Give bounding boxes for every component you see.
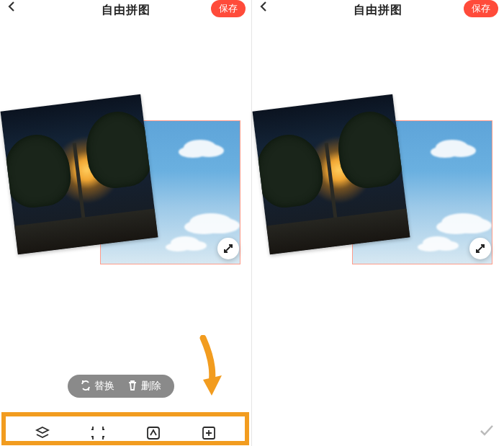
delete-label: 删除	[141, 380, 161, 393]
photo-night-trees[interactable]	[253, 94, 410, 254]
delete-button[interactable]: 删除	[127, 380, 161, 393]
replace-label: 替换	[94, 380, 114, 393]
bottom-toolbar	[0, 420, 251, 446]
layers-icon[interactable]	[34, 424, 51, 442]
photo-action-pill: 替换 删除	[68, 375, 174, 398]
collage-canvas[interactable]	[3, 66, 248, 311]
annotation-arrow	[196, 335, 225, 403]
frame-icon[interactable]	[89, 424, 107, 442]
back-button[interactable]	[7, 1, 20, 14]
confirm-button[interactable]	[478, 422, 495, 442]
page-title: 自由拼图	[102, 3, 150, 18]
photo-night-trees[interactable]	[1, 94, 158, 254]
expand-handle[interactable]	[469, 238, 491, 259]
replace-button[interactable]: 替换	[81, 380, 114, 393]
save-button[interactable]: 保存	[211, 0, 246, 17]
page-title: 自由拼图	[354, 3, 402, 18]
replace-icon	[81, 380, 91, 393]
add-icon[interactable]	[200, 424, 217, 442]
edit-icon[interactable]	[145, 424, 162, 442]
collage-canvas[interactable]	[255, 66, 500, 311]
trash-icon	[127, 380, 138, 393]
save-button[interactable]: 保存	[464, 0, 498, 17]
back-button[interactable]	[259, 1, 272, 14]
expand-handle[interactable]	[217, 238, 239, 259]
